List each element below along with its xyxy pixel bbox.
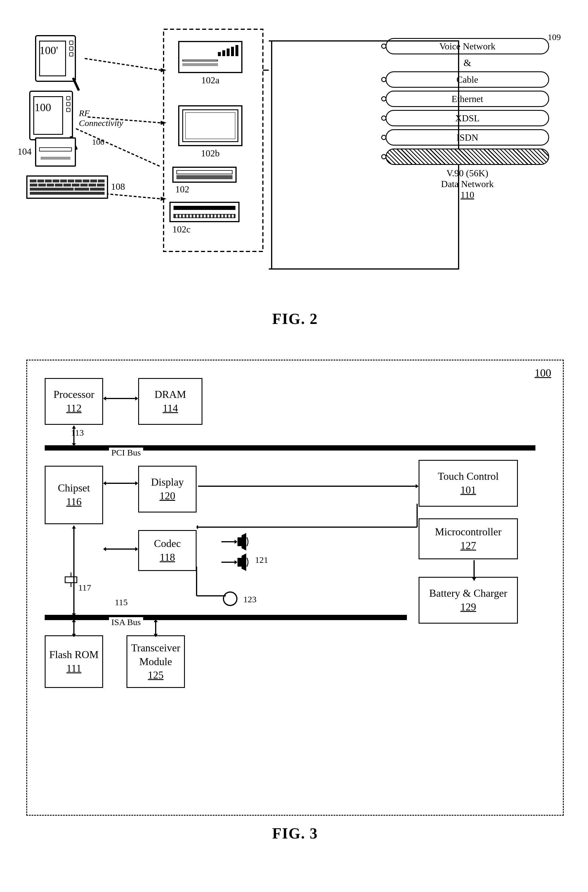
svg-marker-50 (472, 578, 476, 581)
fig3-label: FIG. 3 (272, 825, 318, 842)
v90-bar (386, 149, 549, 165)
svg-marker-28 (234, 540, 237, 544)
svg-marker-18 (135, 481, 138, 485)
battery-charger-block: Battery & Charger 129 (418, 577, 518, 624)
svg-marker-17 (103, 481, 106, 485)
isdn-bar: ISDN (386, 129, 549, 146)
label-102a: 102a (170, 75, 251, 86)
svg-marker-14 (72, 443, 76, 446)
label-109: 109 (548, 32, 561, 42)
svg-marker-8 (160, 197, 166, 201)
page: 100' 100 104 (0, 0, 588, 892)
label-102b: 102b (170, 148, 251, 159)
ap-102c: 102c (170, 202, 254, 243)
codec-block: Codec 118 (138, 530, 196, 571)
ap-102a: 102a (170, 41, 251, 93)
tablet-prime-device: 100' (35, 35, 76, 82)
svg-marker-48 (154, 634, 158, 637)
tablet-main-label: 100 (34, 101, 51, 114)
svg-marker-20 (103, 547, 106, 551)
cable-bar: Cable (386, 71, 549, 88)
microcontroller-block: Microcontroller 127 (418, 518, 518, 559)
svg-marker-12 (135, 396, 138, 400)
fig3-diagram: 100 Processor 112 DRAM 114 113 PCI Bus (18, 351, 573, 848)
processor-block: Processor 112 (45, 378, 103, 425)
svg-marker-26 (196, 525, 198, 529)
svg-marker-34 (242, 554, 246, 571)
label-102: 102 (175, 184, 248, 195)
svg-line-2 (85, 59, 160, 70)
keyboard-device: 108 (26, 175, 108, 199)
isa-bus-label: ISA Bus (109, 617, 143, 627)
svg-marker-44 (72, 619, 76, 622)
display-block: Display 120 (138, 466, 196, 513)
svg-rect-33 (237, 558, 242, 567)
chipset-block: Chipset 116 (45, 466, 103, 524)
tablet-prime-label: 100' (39, 44, 58, 57)
tablet-main-device: 100 (29, 91, 73, 140)
svg-marker-41 (72, 614, 76, 616)
label-100: 100 (534, 366, 551, 379)
pci-bus-label: PCI Bus (109, 448, 143, 457)
voice-network-bar: Voice Network (386, 38, 549, 54)
xdsl-bar: XDSL (386, 110, 549, 126)
svg-marker-5 (160, 121, 166, 125)
svg-marker-32 (234, 560, 237, 564)
isa-bus-bar (45, 615, 407, 620)
ampersand: & (377, 57, 558, 68)
ap-102b: 102b (170, 105, 251, 164)
svg-rect-29 (237, 537, 242, 546)
dram-block: DRAM 114 (138, 378, 202, 425)
ethernet-bar: Ethernet (386, 91, 549, 107)
label-123: 123 (243, 594, 256, 604)
fig2-label: FIG. 2 (272, 310, 318, 328)
label-121: 121 (255, 555, 268, 565)
data-network-label: V.90 (56K) Data Network 110 (377, 168, 558, 200)
fig2-diagram: 100' 100 104 (18, 12, 573, 333)
label-106: 106 (92, 137, 104, 147)
label-102c: 102c (172, 224, 254, 235)
printer-label: 104 (18, 146, 32, 157)
svg-line-6 (76, 129, 160, 167)
svg-marker-15 (72, 426, 76, 429)
fig3-outer-box: 100 Processor 112 DRAM 114 113 PCI Bus (26, 360, 564, 816)
svg-marker-45 (72, 634, 76, 637)
svg-marker-11 (103, 396, 106, 400)
rf-label: RF Connectivity (79, 108, 123, 128)
flash-rom-block: Flash ROM 111 (45, 635, 103, 688)
keyboard-label: 108 (111, 181, 125, 192)
svg-marker-21 (135, 547, 138, 551)
touch-control-block: Touch Control 101 (418, 460, 518, 507)
svg-marker-30 (242, 533, 246, 551)
svg-marker-23 (416, 484, 418, 488)
svg-marker-3 (160, 68, 166, 72)
label-115: 115 (115, 597, 128, 607)
printer-device: 104 (35, 137, 76, 167)
ap-102: 102 (172, 167, 248, 196)
svg-marker-42 (72, 526, 76, 529)
transceiver-block: Transceiver Module 125 (126, 635, 185, 688)
network-panel: 109 Voice Network & Cable Ethernet XD (377, 35, 558, 200)
svg-marker-47 (154, 619, 158, 622)
